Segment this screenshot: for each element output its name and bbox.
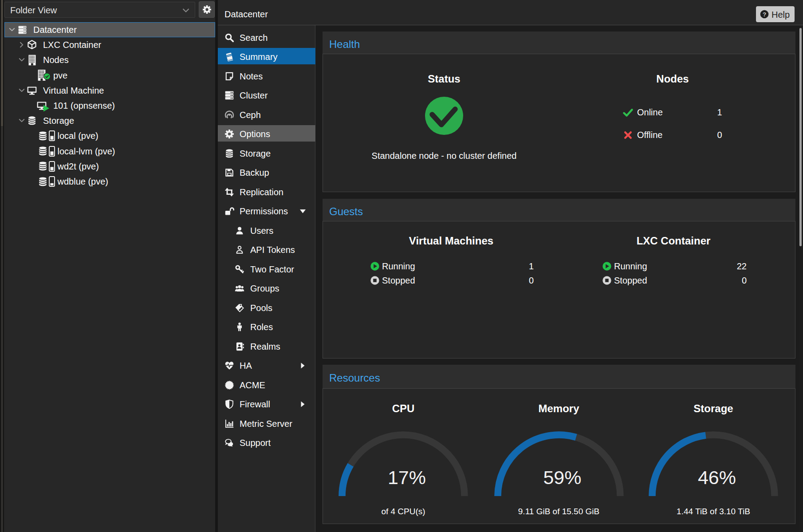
svg-text:?: ? [763,11,766,18]
